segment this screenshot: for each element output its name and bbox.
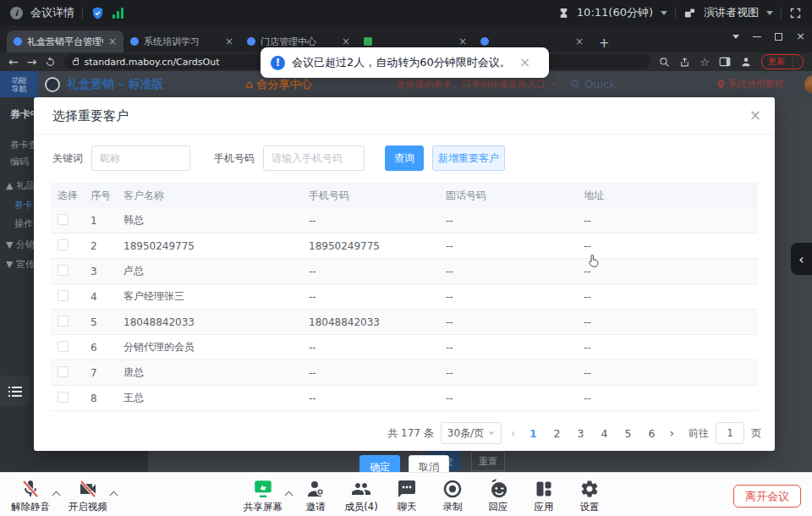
share-icon[interactable] bbox=[679, 57, 690, 68]
page-3-button[interactable]: 3 bbox=[572, 427, 589, 440]
row-checkbox[interactable] bbox=[58, 290, 69, 301]
bookmark-star-icon[interactable]: ☆ bbox=[700, 56, 710, 69]
keyword-input[interactable] bbox=[91, 145, 190, 171]
user-account[interactable]: 8385xh xh bbox=[804, 75, 812, 94]
sidebar-item-operate[interactable]: 操作 bbox=[14, 217, 33, 230]
modal-close-icon[interactable]: × bbox=[749, 107, 761, 124]
goto-page-input[interactable] bbox=[716, 422, 744, 444]
tab-close-icon[interactable]: × bbox=[575, 36, 584, 47]
promo-text: 更快捷的券卡、订单和快递查询入口 ☞ bbox=[397, 78, 557, 91]
window-menu-icon[interactable] bbox=[732, 35, 739, 39]
meeting-details-label[interactable]: 会议详情 bbox=[30, 5, 74, 20]
row-checkbox[interactable] bbox=[58, 265, 69, 276]
row-checkbox[interactable] bbox=[58, 214, 69, 225]
add-customer-button[interactable]: 新增重要客户 bbox=[432, 145, 505, 171]
view-mode-label[interactable]: 演讲者视图 bbox=[704, 5, 759, 20]
page-4-button[interactable]: 4 bbox=[595, 427, 612, 440]
sidebar-item-code[interactable]: 编码 bbox=[10, 156, 29, 168]
row-checkbox[interactable] bbox=[58, 366, 69, 377]
table-row[interactable]: 6 分销代理的会员 -- -- -- bbox=[51, 335, 758, 360]
table-row[interactable]: 8 王总 -- -- -- bbox=[51, 386, 758, 411]
header-address: 地址 bbox=[578, 189, 758, 203]
table-row[interactable]: 2 18950249775 18950249775 -- -- bbox=[51, 233, 758, 259]
timer-dropdown-icon[interactable] bbox=[661, 11, 667, 15]
tab-favicon bbox=[14, 37, 22, 46]
new-tab-button[interactable]: + bbox=[599, 32, 610, 51]
network-signal-icon[interactable] bbox=[112, 8, 123, 19]
table-row[interactable]: 1 韩总 -- -- -- bbox=[51, 208, 758, 233]
page-1-button[interactable]: 1 bbox=[524, 427, 541, 440]
prev-page-button[interactable]: ‹ bbox=[508, 426, 518, 440]
window-close-button[interactable]: × bbox=[796, 32, 805, 41]
profile-icon[interactable] bbox=[740, 56, 752, 68]
chat-button[interactable]: 聊天 bbox=[383, 477, 431, 513]
sidebar-item-card-active[interactable]: 券卡 bbox=[14, 199, 33, 211]
chrome-update-button[interactable]: 更新 ⋮ bbox=[761, 54, 804, 69]
reload-icon[interactable] bbox=[45, 57, 56, 68]
video-options-chevron[interactable] bbox=[110, 491, 118, 500]
tab-favicon bbox=[480, 37, 489, 46]
tab-close-icon[interactable]: × bbox=[342, 36, 350, 47]
zoom-icon[interactable] bbox=[659, 57, 670, 68]
row-checkbox[interactable] bbox=[58, 341, 69, 352]
record-button[interactable]: 录制 bbox=[429, 477, 476, 513]
next-page-button[interactable]: › bbox=[667, 426, 677, 440]
mouse-cursor-hand bbox=[587, 254, 600, 269]
sidebar-item-distribution[interactable]: ▼ 分销 bbox=[6, 239, 35, 251]
fullscreen-icon[interactable] bbox=[789, 7, 802, 19]
meeting-timer: 10:11(60分钟) bbox=[577, 5, 653, 20]
invite-button[interactable]: 邀请 bbox=[292, 477, 339, 513]
share-center-link[interactable]: ⌂ 合分享中心 bbox=[245, 77, 312, 92]
share-screen-button[interactable]: 共享屏幕 bbox=[236, 477, 290, 513]
leave-meeting-button[interactable]: 离开会议 bbox=[733, 485, 801, 508]
table-row[interactable]: 4 客户经理张三 -- -- -- bbox=[51, 284, 758, 310]
page-5-button[interactable]: 5 bbox=[619, 427, 636, 440]
settings-button[interactable]: 设置 bbox=[566, 477, 613, 513]
browser-tab-gift-admin[interactable]: 礼盒营销平台管理中心 × bbox=[7, 30, 123, 52]
mic-options-chevron[interactable] bbox=[52, 491, 61, 500]
page-6-button[interactable]: 6 bbox=[643, 427, 660, 440]
window-minimize-button[interactable] bbox=[753, 36, 761, 37]
meeting-info-icon[interactable]: i bbox=[10, 7, 23, 19]
toast-close-icon[interactable]: × bbox=[519, 56, 530, 69]
quick-search[interactable]: Quick bbox=[570, 78, 616, 91]
page-size-select[interactable]: 30条/页 bbox=[441, 422, 502, 444]
table-row[interactable]: 3 卢总 -- -- -- bbox=[51, 259, 758, 284]
window-maximize-button[interactable] bbox=[775, 33, 782, 41]
tab-favicon bbox=[364, 37, 372, 46]
house-icon: ⌂ bbox=[245, 78, 253, 91]
tutorial-link[interactable]: 系统使用教程 bbox=[717, 78, 784, 91]
total-count: 共 177 条 bbox=[387, 426, 434, 441]
tab-close-icon[interactable]: × bbox=[458, 36, 467, 47]
quick-nav-fab-button[interactable] bbox=[0, 376, 30, 407]
apps-button[interactable]: 应用 bbox=[520, 477, 568, 513]
sidebar-item-promo-material[interactable]: ▼ 宣传 bbox=[6, 258, 35, 271]
back-icon[interactable]: ← bbox=[8, 56, 19, 68]
tutorial-label: 系统使用教程 bbox=[728, 78, 784, 91]
unmute-button[interactable]: 解除静音 bbox=[7, 477, 54, 513]
row-checkbox[interactable] bbox=[58, 239, 69, 250]
reactions-button[interactable]: 回应 bbox=[475, 477, 522, 513]
start-video-button[interactable]: 开启视频 bbox=[64, 477, 112, 513]
members-button[interactable]: 成员(4) bbox=[337, 477, 385, 513]
meeting-panel-expand-handle[interactable]: ‹ bbox=[791, 243, 812, 275]
tab-close-icon[interactable]: × bbox=[225, 36, 233, 47]
nav-toggle-line1: 功能 bbox=[12, 76, 27, 85]
row-checkbox[interactable] bbox=[58, 392, 69, 403]
nav-toggle-button[interactable]: 功能 导航 bbox=[0, 71, 38, 97]
browser-tab-training[interactable]: 系统培训学习 × bbox=[123, 30, 240, 52]
pin-icon bbox=[717, 80, 725, 90]
row-checkbox[interactable] bbox=[58, 316, 69, 327]
query-button[interactable]: 查询 bbox=[385, 145, 424, 171]
view-mode-dropdown-icon[interactable] bbox=[766, 11, 773, 15]
table-row[interactable]: 7 唐总 -- -- -- bbox=[51, 360, 758, 386]
reaction-face-icon bbox=[487, 477, 509, 500]
table-row[interactable]: 5 18048842033 18048842033 -- -- bbox=[51, 310, 758, 335]
side-panel-icon[interactable] bbox=[719, 57, 731, 67]
phone-input[interactable] bbox=[263, 145, 365, 171]
mic-muted-icon bbox=[20, 477, 41, 500]
security-shield-icon[interactable] bbox=[91, 6, 105, 20]
tab-close-icon[interactable]: × bbox=[108, 36, 117, 47]
forward-icon[interactable]: → bbox=[27, 56, 37, 68]
page-2-button[interactable]: 2 bbox=[548, 427, 565, 440]
